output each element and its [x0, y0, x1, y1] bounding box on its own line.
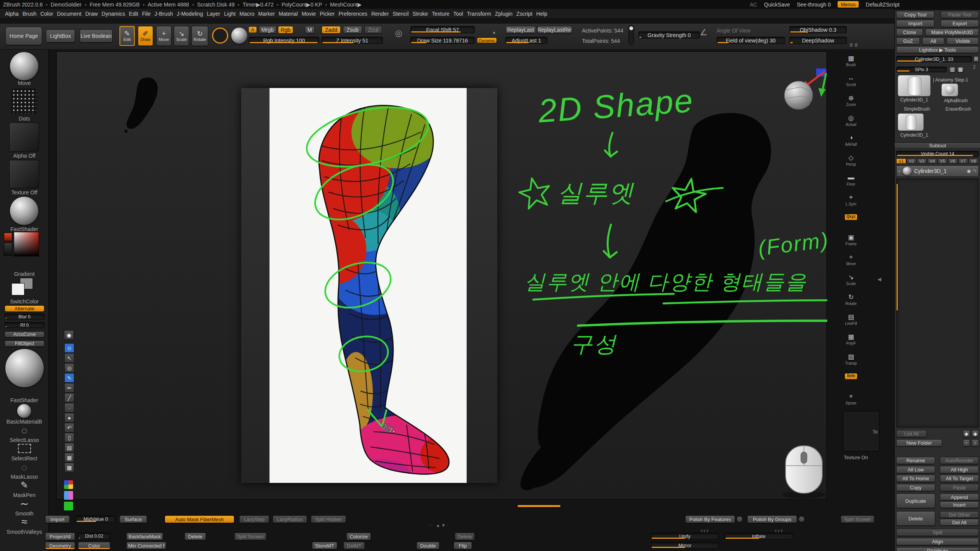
alpha-brush-thumbnail[interactable] [941, 83, 958, 96]
texture-preview-box[interactable]: Te [843, 411, 880, 452]
export-button[interactable]: Export [941, 20, 979, 27]
spix-icon-a[interactable]: ▥ [949, 67, 956, 72]
paint-icon[interactable]: ✎ [973, 168, 977, 174]
subtool-tab[interactable]: V8 [969, 158, 978, 164]
dual-color-swatch[interactable] [64, 491, 74, 500]
delmt-button[interactable]: DelMT [343, 542, 365, 549]
color-tab[interactable]: Color [78, 542, 110, 549]
mirror-slider[interactable]: Mirror [651, 542, 719, 549]
clone-button[interactable]: Clone [896, 29, 923, 36]
basic-material-preview[interactable] [17, 404, 31, 418]
polish-groups-dot[interactable] [799, 516, 805, 522]
rgb-intensity-slider[interactable]: Rgb Intensity 100 [249, 37, 319, 44]
menus-button[interactable]: Menus [838, 1, 859, 8]
flip-button[interactable]: Flip [454, 542, 472, 549]
min-connected-button[interactable]: Min Connected f [126, 542, 166, 549]
shelf-tool[interactable]: ↔ Scroll [844, 73, 858, 93]
paste-tool-button[interactable]: Paste Tool [941, 11, 979, 18]
mrgb-button[interactable]: Mrgb [259, 26, 276, 34]
shelf-tool[interactable]: Solo [844, 372, 858, 392]
menu-item[interactable]: Stroke [411, 11, 430, 17]
menu-item[interactable]: Tool [451, 11, 465, 17]
rf-slider[interactable]: Rf 0 [5, 322, 44, 328]
alternate-button[interactable]: Alternate [5, 305, 44, 312]
tool-item-slider[interactable]: Cylinder3D_1. 33 [896, 56, 972, 62]
list-all-button[interactable]: List All [896, 430, 927, 437]
stroke-preview[interactable] [10, 52, 38, 80]
polish-by-features-button[interactable]: Polish By Features [685, 515, 735, 523]
menu-item[interactable]: Edit [127, 11, 140, 17]
split-screen-button[interactable]: Split Screen [234, 533, 266, 540]
pen-icon[interactable]: ✏ [64, 383, 74, 393]
zsub-button[interactable]: Zsub [343, 26, 362, 34]
projectall-button[interactable]: ProjectAll [45, 533, 75, 540]
z-intensity-slider[interactable]: Z Intensity 51 [322, 37, 383, 44]
shelf-tool[interactable]: ▤ LineFill [844, 312, 858, 332]
paste-button[interactable]: Paste [940, 484, 979, 491]
shelf-tool[interactable]: ▨ Transp [844, 352, 858, 372]
quicksave-button[interactable]: QuickSave [764, 2, 790, 8]
visibility-icon[interactable]: ⊙ [64, 343, 74, 353]
menu-item[interactable]: J-Modeling [175, 11, 205, 17]
spix-icon-b[interactable]: ▦ [957, 67, 964, 72]
target-icon[interactable]: ◎ [64, 363, 74, 373]
default-zscript-button[interactable]: DefaultZScript [866, 2, 900, 8]
eye-icon[interactable]: ◉ [967, 168, 970, 174]
menu-item[interactable]: Transform [465, 11, 493, 17]
menu-item[interactable]: Stencil [391, 11, 411, 17]
menu-item[interactable]: Light [222, 11, 237, 17]
current-tool-thumbnail[interactable] [898, 75, 931, 96]
subtool-tab[interactable]: V5 [938, 158, 947, 164]
move-button[interactable]: + Move [156, 26, 172, 46]
accucurve-button[interactable]: AccuCurve [5, 331, 44, 337]
menu-item[interactable]: Help [534, 11, 549, 17]
del-other-button[interactable]: Del Other [940, 511, 979, 518]
subtool-tab[interactable]: V1 [896, 158, 906, 164]
zcut-button[interactable]: Zcut [364, 26, 382, 34]
mask-lasso-icon[interactable]: ◌ [0, 461, 49, 473]
lazystep-button[interactable]: LazyStep [239, 515, 269, 523]
menu-item[interactable]: Alpha [3, 11, 21, 17]
import-button[interactable]: Import [896, 20, 934, 27]
split-button[interactable]: Split [896, 529, 979, 536]
replay-last-button[interactable]: ReplayLast [505, 26, 536, 34]
subtool-header[interactable]: Subtool [895, 142, 980, 149]
subtool-item[interactable]: ○ Cylinder3D_1 ◉ ✎ [896, 165, 979, 177]
stroke-dots-preview[interactable] [11, 89, 37, 114]
gravity-widget[interactable] [629, 25, 634, 45]
material-preview[interactable] [10, 197, 38, 225]
mask-pen-icon[interactable]: ✎ [0, 480, 49, 491]
eraser-brush-label[interactable]: EraserBrush [939, 106, 977, 112]
rename-button[interactable]: Rename [896, 457, 935, 464]
panel-collapse-arrow[interactable]: ◀ [877, 276, 881, 282]
duplicate-button[interactable]: Duplicate [896, 494, 935, 508]
copy-button[interactable]: Copy [896, 484, 935, 491]
append-button[interactable]: Append [940, 494, 979, 500]
deep-shadow-slider[interactable]: DeepShadow [789, 37, 847, 44]
color-swatch-top[interactable] [4, 233, 12, 241]
clipboard-icon[interactable]: ▩ [64, 463, 74, 472]
geometry-tab[interactable]: Geometry [45, 542, 75, 549]
m-button[interactable]: M [305, 26, 315, 34]
make-polymesh3d-button[interactable]: Make PolyMesh3D [925, 29, 979, 36]
delete-button[interactable]: Delete [896, 511, 935, 526]
see-through-slider[interactable]: See-through 0 [797, 2, 831, 8]
polish-features-dot[interactable] [737, 516, 743, 522]
menu-item[interactable]: Texture [430, 11, 451, 17]
alpha-picker[interactable] [231, 28, 247, 44]
import-doc-button[interactable]: Import [45, 515, 70, 523]
menu-item[interactable]: J-Brush [153, 11, 175, 17]
draw-size-slider[interactable]: Draw Size 119.78716 [410, 37, 475, 44]
smooth-valleys-icon[interactable]: ≈ [0, 516, 49, 528]
tray-divider-dots[interactable]: ⸱⸱⸱ ▲▼ [428, 523, 446, 528]
lazyradius-button[interactable]: LazyRadius [273, 515, 307, 523]
adjust-last-slider[interactable]: AdjustLast 1 [505, 37, 547, 44]
unify-axis-toggles[interactable]: x y z [701, 528, 709, 533]
small-dot-icon[interactable]: · [64, 403, 74, 412]
list-down-button[interactable]: ◆ [972, 430, 979, 437]
auto-mask-fibermesh-button[interactable]: Auto Mask FiberMesh [165, 515, 234, 523]
shelf-tool[interactable]: ◑ AAHalf [844, 133, 858, 153]
canvas-scroll-indicator[interactable] [518, 505, 560, 507]
shelf-tool[interactable]: ▦ PolyF [844, 332, 858, 352]
shelf-tool[interactable]: ↘ Scale [844, 272, 858, 292]
